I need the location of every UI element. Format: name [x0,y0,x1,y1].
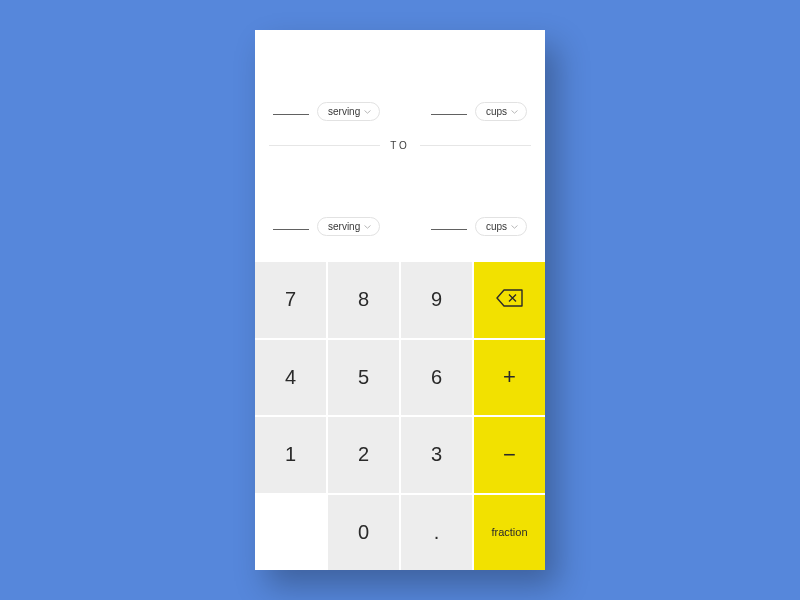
key-dot[interactable]: . [401,495,472,571]
from-amount-field: cups [431,102,527,121]
to-row: serving cups [255,145,545,260]
keypad: 7 8 9 4 5 6 + 1 2 3 − 0 . fraction [255,260,545,570]
from-serving-input[interactable] [273,114,309,115]
conversion-panel: serving cups TO [255,30,545,260]
key-0[interactable]: 0 [328,495,399,571]
to-amount-unit-selector[interactable]: cups [475,217,527,236]
key-plus[interactable]: + [474,340,545,416]
key-2[interactable]: 2 [328,417,399,493]
key-backspace[interactable] [474,262,545,338]
from-serving-unit-label: serving [328,106,360,117]
to-serving-unit-selector[interactable]: serving [317,217,380,236]
from-amount-unit-label: cups [486,106,507,117]
key-7[interactable]: 7 [255,262,326,338]
to-amount-input[interactable] [431,229,467,230]
key-3[interactable]: 3 [401,417,472,493]
key-blank [255,495,326,571]
key-6[interactable]: 6 [401,340,472,416]
from-amount-unit-selector[interactable]: cups [475,102,527,121]
to-serving-unit-label: serving [328,221,360,232]
chevron-down-icon [364,108,371,115]
key-5[interactable]: 5 [328,340,399,416]
chevron-down-icon [511,108,518,115]
from-serving-unit-selector[interactable]: serving [317,102,380,121]
key-4[interactable]: 4 [255,340,326,416]
key-9[interactable]: 9 [401,262,472,338]
to-serving-input[interactable] [273,229,309,230]
to-amount-field: cups [431,217,527,236]
to-serving-field: serving [273,217,380,236]
from-serving-field: serving [273,102,380,121]
key-fraction[interactable]: fraction [474,495,545,571]
key-8[interactable]: 8 [328,262,399,338]
chevron-down-icon [511,223,518,230]
chevron-down-icon [364,223,371,230]
from-row: serving cups [255,30,545,145]
to-label: TO [380,140,420,151]
key-minus[interactable]: − [474,417,545,493]
to-amount-unit-label: cups [486,221,507,232]
from-amount-input[interactable] [431,114,467,115]
backspace-icon [496,287,524,313]
calculator-card: serving cups TO [255,30,545,570]
key-1[interactable]: 1 [255,417,326,493]
